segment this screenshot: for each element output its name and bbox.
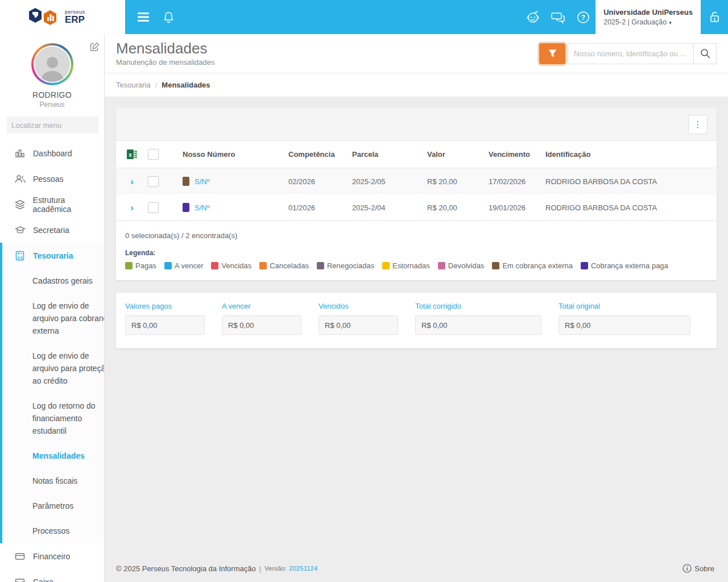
total-valores-pagos-input[interactable]: [125, 315, 205, 335]
record-search-input[interactable]: [568, 43, 694, 64]
legend-item: A vencer: [164, 261, 204, 270]
page-subtitle: Manutenção de mensalidades: [116, 58, 214, 66]
legend-item: Canceladas: [259, 261, 309, 270]
organization-selector[interactable]: Universidade UniPerseus 2025-2 | Graduaç…: [595, 0, 701, 34]
sidebar-item-caixa[interactable]: Caixa: [0, 569, 104, 582]
feedback-robot-button[interactable]: [520, 0, 545, 34]
column-header-nosso-numero[interactable]: Nosso Número: [175, 150, 288, 159]
edit-profile-button[interactable]: [90, 42, 100, 54]
top-bar-main: ? Universidade UniPerseus 2025-2 | Gradu…: [125, 0, 728, 34]
total-corrigido: Total corrigido: [415, 302, 541, 335]
submenu-item-processos[interactable]: Processos: [2, 518, 104, 543]
search-button[interactable]: [694, 43, 717, 64]
column-header-identificacao[interactable]: Identificação: [545, 150, 717, 159]
cell-identificacao: RODRIGO BARBOSA DA COSTA: [545, 177, 717, 186]
filter-button[interactable]: [539, 43, 565, 64]
calculator-icon: [14, 251, 26, 261]
messages-button[interactable]: [545, 0, 570, 34]
legend-item: Renegociadas: [317, 261, 374, 270]
submenu-item-log-financiamento[interactable]: Log do retorno do financiamento estudant…: [2, 393, 105, 443]
column-header-competencia[interactable]: Competência: [288, 150, 352, 159]
top-bar: perseus ERP: [0, 0, 728, 34]
column-header-vencimento[interactable]: Vencimento: [489, 150, 545, 159]
help-button[interactable]: ?: [570, 0, 595, 34]
totals-card: Valores pagos A vencer Vencidos Total co…: [116, 293, 717, 348]
breadcrumb-parent[interactable]: Tesouraria: [116, 81, 151, 89]
breadcrumb-separator: /: [155, 81, 158, 89]
sidebar-item-secretaria[interactable]: Secretaria: [0, 217, 104, 243]
submenu-item-log-protecao-credito[interactable]: Log de envio de arquivo para proteção ao…: [2, 343, 105, 393]
total-a-vencer-input[interactable]: [222, 315, 301, 335]
legend-color-swatch: [317, 262, 324, 269]
breadcrumb-current: Mensalidades: [162, 81, 210, 89]
column-header-parcela[interactable]: Parcela: [352, 150, 427, 159]
table-row: › S/Nº 01/2026 2025-2/04 R$ 20,00 19/01/…: [116, 194, 717, 221]
menu-search-input[interactable]: [11, 121, 105, 130]
cell-vencimento: 17/02/2026: [489, 177, 545, 186]
excel-export-button[interactable]: x: [116, 149, 148, 160]
lock-icon: [709, 11, 720, 23]
legend-item: Pagas: [125, 261, 156, 270]
submenu-item-parametros[interactable]: Parâmetros: [2, 493, 104, 518]
credit-card-icon: [14, 551, 26, 562]
app-logo[interactable]: perseus ERP: [0, 0, 125, 34]
bell-icon: [163, 11, 174, 23]
legend-item: Estornadas: [382, 261, 430, 270]
edit-pencil-icon: [90, 42, 100, 52]
status-color-badge: [183, 203, 189, 212]
legend-title: Legenda:: [116, 240, 717, 257]
column-header-valor[interactable]: Valor: [427, 150, 489, 159]
legend-color-swatch: [581, 262, 588, 269]
search-icon: [700, 48, 710, 59]
row-checkbox[interactable]: [148, 176, 159, 187]
breadcrumb: Tesouraria / Mensalidades: [105, 73, 728, 97]
sidebar-item-pessoas[interactable]: Pessoas: [0, 166, 104, 192]
nosso-numero-link[interactable]: S/Nº: [195, 203, 209, 212]
footer: © 2025 Perseus Tecnologia da Informação …: [116, 564, 714, 573]
sidebar-item-estrutura-academica[interactable]: Estrutura acadêmica: [0, 192, 104, 217]
submenu-item-notas-fiscais[interactable]: Notas fiscais: [2, 468, 104, 493]
sidebar-item-label: Secretaria: [33, 226, 69, 235]
sidebar: RODRIGO Perseus Dashboard: [0, 34, 105, 582]
select-all-checkbox[interactable]: [148, 149, 159, 160]
lock-screen-button[interactable]: [701, 0, 728, 34]
info-icon: [682, 564, 692, 573]
total-corrigido-input[interactable]: [415, 315, 541, 335]
layers-icon: [14, 199, 26, 210]
page-header: Mensalidades Manutenção de mensalidades: [105, 34, 728, 73]
cell-parcela: 2025-2/05: [352, 177, 427, 186]
total-a-vencer: A vencer: [222, 302, 301, 335]
cell-parcela: 2025-2/04: [352, 203, 427, 212]
copyright-text: © 2025 Perseus Tecnologia da Informação: [116, 564, 256, 573]
total-original-input[interactable]: [559, 315, 690, 335]
row-checkbox[interactable]: [148, 202, 159, 213]
funnel-icon: [548, 49, 557, 57]
legend-color-swatch: [492, 262, 499, 269]
submenu-item-log-cobranca-externa[interactable]: Log de envio de arquivo para cobrança ex…: [2, 293, 105, 343]
total-original: Total original: [559, 302, 690, 335]
chevron-down-icon: ▾: [669, 20, 672, 26]
expand-row-icon[interactable]: ›: [130, 203, 134, 213]
nosso-numero-link[interactable]: S/Nº: [195, 177, 209, 186]
mensalidades-table: x Nosso Número Competência Parcela Valor: [116, 141, 717, 221]
perseus-logo-icon: [27, 7, 60, 27]
robot-icon: [526, 11, 540, 23]
expand-row-icon[interactable]: ›: [130, 177, 134, 186]
submenu-item-mensalidades[interactable]: Mensalidades: [2, 443, 104, 468]
sidebar-toggle-button[interactable]: [131, 0, 156, 34]
page-title: Mensalidades: [116, 40, 214, 57]
about-button[interactable]: Sobre: [682, 564, 714, 573]
sidebar-item-financeiro[interactable]: Financeiro: [0, 543, 104, 569]
sidebar-item-dashboard[interactable]: Dashboard: [0, 140, 104, 166]
sidebar-item-tesouraria[interactable]: Tesouraria: [2, 243, 104, 268]
submenu-item-cadastros-gerais[interactable]: Cadastros gerais: [2, 268, 104, 293]
more-options-button[interactable]: ⋮: [688, 115, 708, 134]
notifications-button[interactable]: [156, 0, 181, 34]
card-toolbar: ⋮: [116, 108, 717, 141]
total-vencidos-input[interactable]: [318, 315, 398, 335]
chat-bubbles-icon: [551, 11, 565, 23]
menu-search: [7, 117, 98, 134]
total-vencidos: Vencidos: [318, 302, 398, 335]
avatar[interactable]: [31, 43, 73, 85]
version-link[interactable]: 20251124: [289, 565, 317, 572]
